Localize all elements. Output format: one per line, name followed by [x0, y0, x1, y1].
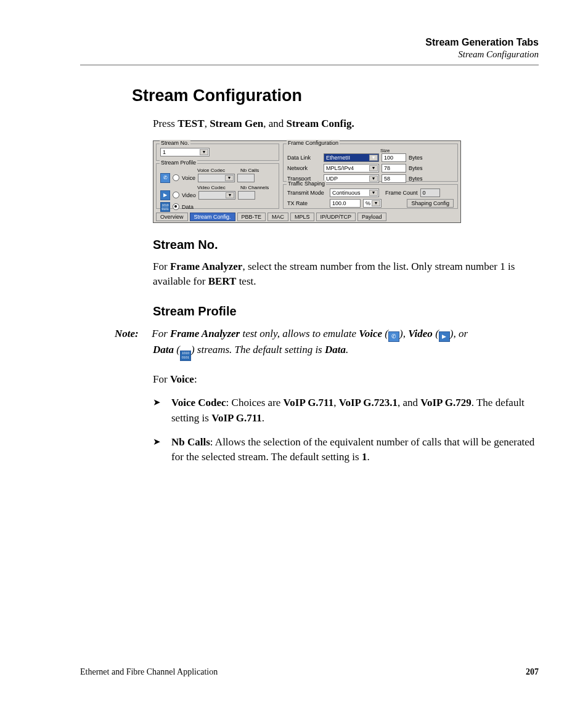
- list-item: Voice Codec: Choices are VoIP G.711, VoI…: [153, 396, 539, 426]
- network-label: Network: [287, 165, 321, 171]
- tx-rate-label: TX Rate: [287, 200, 327, 206]
- tab-pbb-te[interactable]: PBB-TE: [237, 213, 266, 221]
- stream-no-paragraph: For Frame Analyzer, select the stream nu…: [153, 259, 539, 290]
- size-col-label: Size: [380, 148, 390, 153]
- tx-rate-input[interactable]: 100.0: [330, 199, 361, 208]
- chevron-down-icon: ▼: [369, 165, 378, 171]
- nb-calls-col-label: Nb Calls: [240, 168, 259, 173]
- datalink-label: Data Link: [287, 155, 321, 161]
- shaping-config-button[interactable]: Shaping Config: [407, 199, 454, 208]
- for-voice-paragraph: For Voice:: [153, 372, 539, 387]
- footer-left: Ethernet and Fibre Channel Application: [80, 667, 218, 677]
- voice-radio-label: Voice: [182, 175, 195, 181]
- chevron-down-icon: ▼: [369, 190, 378, 196]
- video-codec-col-label: Video Codec: [197, 185, 238, 190]
- note-label: Note:: [115, 326, 149, 342]
- tab-overview[interactable]: Overview: [156, 213, 188, 221]
- nb-calls-input[interactable]: [237, 174, 255, 182]
- tab-payload[interactable]: Payload: [357, 213, 386, 221]
- video-radio-label: Video: [182, 192, 196, 198]
- nb-channels-input[interactable]: [238, 191, 255, 200]
- frame-count-label: Frame Count: [385, 190, 418, 196]
- network-select[interactable]: MPLS/IPv4▼: [324, 164, 379, 172]
- chevron-down-icon: ▼: [369, 176, 378, 182]
- page-number: 207: [526, 667, 539, 677]
- tx-rate-unit-select[interactable]: %▼: [363, 199, 382, 208]
- phone-icon: ✆: [388, 331, 399, 342]
- data-radio[interactable]: [173, 203, 179, 210]
- stream-no-heading: Stream No.: [153, 238, 539, 252]
- phone-icon: ✆: [160, 173, 170, 183]
- transmit-mode-label: Transmit Mode: [287, 190, 327, 196]
- network-size-input[interactable]: 78: [382, 164, 406, 172]
- header-rule: [80, 65, 539, 65]
- video-icon: ▶: [439, 331, 450, 342]
- video-icon: ▶: [160, 190, 170, 200]
- data-icon: 10100101: [160, 202, 170, 212]
- bytes-label: Bytes: [409, 155, 423, 161]
- tab-ip-udp-tcp[interactable]: IP/UDP/TCP: [316, 213, 356, 221]
- transport-select[interactable]: UDP▼: [324, 174, 379, 183]
- data-icon: 10100101: [180, 351, 191, 361]
- chevron-down-icon: ▼: [372, 200, 380, 206]
- note-paragraph: Note: For Frame Analyzer test only, allo…: [115, 326, 539, 361]
- stream-no-group-label: Stream No.: [160, 140, 190, 146]
- voice-radio[interactable]: [173, 174, 179, 181]
- header-section: Stream Configuration: [80, 49, 539, 60]
- stream-profile-group-label: Stream Profile: [160, 160, 197, 166]
- header-chapter: Stream Generation Tabs: [80, 37, 539, 48]
- stream-no-select[interactable]: 1▼: [160, 148, 210, 156]
- bytes-label: Bytes: [409, 165, 423, 171]
- embedded-ui-panel: Stream No. 1▼ Stream Profile Voice Codec…: [153, 140, 461, 223]
- frame-config-group-label: Frame Configuration: [287, 140, 340, 146]
- traffic-shaping-group-label: Traffic Shaping: [287, 181, 326, 187]
- tab-bar: Overview Stream Config. PBB-TE MAC MPLS …: [156, 213, 458, 221]
- tab-mac[interactable]: MAC: [267, 213, 288, 221]
- page-title: Stream Configuration: [132, 86, 539, 105]
- tab-mpls[interactable]: MPLS: [290, 213, 314, 221]
- list-item: Nb Calls: Allows the selection of the eq…: [153, 435, 539, 465]
- chevron-down-icon: ▼: [200, 149, 208, 155]
- datalink-select[interactable]: EthernetII▼: [324, 153, 379, 162]
- tab-stream-config[interactable]: Stream Config.: [190, 213, 235, 221]
- intro-paragraph: Press TEST, Stream Gen, and Stream Confi…: [153, 116, 539, 132]
- datalink-size-input[interactable]: 100: [382, 153, 406, 162]
- nb-channels-col-label: Nb Channels: [240, 185, 269, 190]
- chevron-down-icon: ▼: [369, 155, 378, 161]
- video-codec-select[interactable]: ▼: [198, 191, 235, 200]
- voice-codec-col-label: Voice Codec: [197, 168, 238, 173]
- frame-count-input[interactable]: 0: [420, 189, 440, 197]
- bytes-label: Bytes: [409, 176, 423, 182]
- video-radio[interactable]: [173, 192, 179, 198]
- transport-size-input[interactable]: 58: [382, 174, 406, 183]
- voice-codec-select[interactable]: ▼: [198, 174, 235, 182]
- stream-profile-heading: Stream Profile: [153, 304, 539, 318]
- transmit-mode-select[interactable]: Continuous▼: [330, 189, 379, 197]
- data-radio-label: Data: [182, 204, 194, 210]
